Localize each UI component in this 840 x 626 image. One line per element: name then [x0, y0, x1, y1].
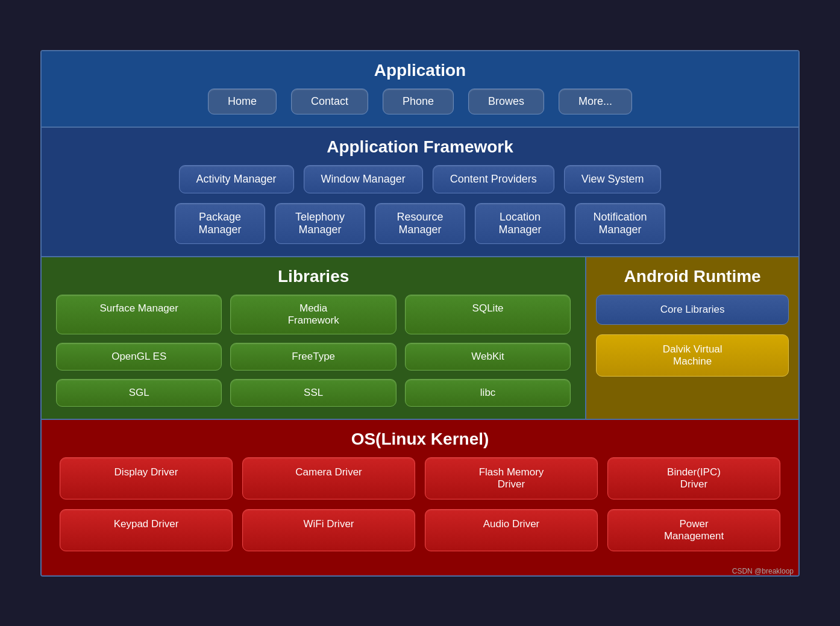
os-button[interactable]: Flash Memory Driver [425, 457, 598, 499]
os-button[interactable]: Power Management [607, 509, 780, 551]
os-button[interactable]: Display Driver [60, 457, 233, 499]
framework-title: Application Framework [60, 137, 780, 157]
framework-button[interactable]: Activity Manager [179, 165, 294, 193]
libraries-title: Libraries [56, 267, 571, 286]
framework-button[interactable]: Content Providers [433, 165, 554, 193]
application-title: Application [60, 61, 780, 80]
framework-button[interactable]: Package Manager [175, 203, 265, 244]
libraries-layer: Libraries Surface ManagerMedia Framework… [42, 257, 586, 419]
framework-button[interactable]: Telephony Manager [275, 203, 365, 244]
library-button[interactable]: SQLite [405, 295, 571, 334]
runtime-title: Android Runtime [596, 267, 789, 286]
library-button[interactable]: OpenGL ES [56, 343, 222, 371]
framework-button[interactable]: Notification Manager [575, 203, 665, 244]
framework-row2: Package ManagerTelephony ManagerResource… [60, 203, 780, 244]
app-button[interactable]: Contact [291, 89, 368, 114]
framework-button[interactable]: Window Manager [304, 165, 423, 193]
library-button[interactable]: Surface Manager [56, 295, 222, 334]
runtime-layer: Android Runtime Core Libraries Dalvik Vi… [586, 257, 798, 419]
app-button[interactable]: More... [559, 89, 632, 114]
app-button[interactable]: Browes [468, 89, 544, 114]
dalvik-vm: Dalvik Virtual Machine [596, 334, 789, 377]
framework-layer: Application Framework Activity ManagerWi… [42, 128, 798, 257]
os-button[interactable]: WiFi Driver [242, 509, 415, 551]
middle-row: Libraries Surface ManagerMedia Framework… [42, 257, 798, 420]
library-button[interactable]: SGL [56, 379, 222, 407]
core-libraries: Core Libraries [596, 295, 789, 325]
library-button[interactable]: SSL [230, 379, 396, 407]
os-title: OS(Linux Kernel) [60, 430, 780, 449]
framework-button[interactable]: Location Manager [475, 203, 565, 244]
os-button[interactable]: Keypad Driver [60, 509, 233, 551]
os-layer: OS(Linux Kernel) Display DriverCamera Dr… [42, 420, 798, 566]
runtime-grid: Core Libraries Dalvik Virtual Machine [596, 295, 789, 377]
library-button[interactable]: libc [405, 379, 571, 407]
os-button[interactable]: Camera Driver [242, 457, 415, 499]
framework-button[interactable]: Resource Manager [375, 203, 465, 244]
android-architecture-diagram: Application HomeContactPhoneBrowesMore..… [40, 50, 800, 577]
application-layer: Application HomeContactPhoneBrowesMore..… [42, 51, 798, 128]
library-button[interactable]: WebKit [405, 343, 571, 371]
libraries-grid: Surface ManagerMedia FrameworkSQLiteOpen… [56, 295, 571, 407]
framework-row1: Activity ManagerWindow ManagerContent Pr… [60, 165, 780, 193]
app-button[interactable]: Home [208, 89, 277, 114]
library-button[interactable]: Media Framework [230, 295, 396, 334]
os-button[interactable]: Audio Driver [425, 509, 598, 551]
framework-button[interactable]: View System [564, 165, 662, 193]
watermark: CSDN @breakloop [42, 566, 798, 575]
app-button[interactable]: Phone [383, 89, 454, 114]
os-button[interactable]: Binder(IPC) Driver [607, 457, 780, 499]
library-button[interactable]: FreeType [230, 343, 396, 371]
os-grid: Display DriverCamera DriverFlash Memory … [60, 457, 780, 551]
application-buttons: HomeContactPhoneBrowesMore... [60, 89, 780, 114]
